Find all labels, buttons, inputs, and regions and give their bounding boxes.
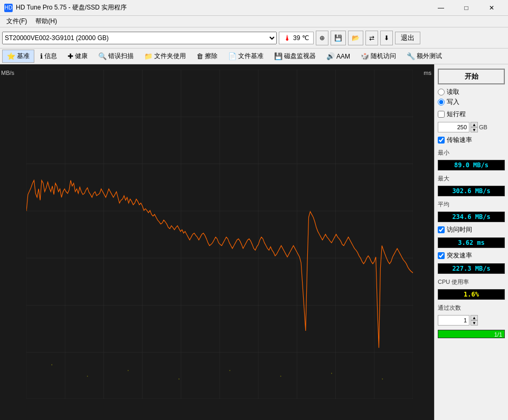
scan-icon: 🔍: [98, 52, 107, 60]
tab-error-scan[interactable]: 🔍 错误扫描: [93, 50, 138, 63]
max-label: 最大: [438, 175, 505, 183]
progress-bar-container: 1/1: [438, 330, 505, 338]
main-area: MB/s ms 350: [0, 64, 508, 420]
read-radio-item[interactable]: 读取: [438, 88, 505, 97]
tab-file-bench[interactable]: 📄 文件基准: [223, 50, 268, 63]
write-radio[interactable]: [438, 99, 445, 106]
pass-spin-up[interactable]: ▲: [471, 315, 478, 320]
disk-select[interactable]: ST20000VE002-3G9101 (20000 GB): [2, 32, 277, 44]
progress-text: 1/1: [494, 330, 502, 339]
gb-input-row: ▲ ▼ GB: [438, 122, 505, 132]
menu-file[interactable]: 文件(F): [2, 16, 31, 27]
pass-spin-down[interactable]: ▼: [471, 320, 478, 326]
svg-point-48: [128, 370, 129, 371]
access-time-label: 访问时间: [447, 225, 472, 234]
transfer-rate-checkbox-item[interactable]: 传输速率: [438, 136, 505, 145]
tab-info[interactable]: ℹ 信息: [35, 50, 62, 63]
tab-random[interactable]: 🎲 随机访问: [356, 50, 401, 63]
avg-value: 234.6 MB/s: [438, 212, 505, 222]
read-label: 读取: [447, 88, 459, 97]
cpu-usage-value: 1.6%: [438, 289, 505, 300]
toolbar-open-btn[interactable]: 📂: [348, 31, 363, 45]
transfer-rate-checkbox[interactable]: [438, 137, 445, 144]
rw-radio-group: 读取 写入: [438, 88, 505, 107]
pass-count-row: ▲ ▼: [438, 315, 505, 326]
temp-unit: ℃: [302, 34, 309, 42]
svg-point-51: [280, 376, 281, 377]
maximize-button[interactable]: □: [454, 0, 478, 16]
gb-spin-up[interactable]: ▲: [471, 122, 478, 127]
tab-aam[interactable]: 🔊 AAM: [322, 50, 355, 62]
aam-icon: 🔊: [326, 52, 335, 60]
gb-input[interactable]: [438, 122, 469, 132]
write-label: 写入: [447, 98, 459, 107]
access-time-value: 3.62 ms: [438, 237, 505, 248]
read-radio[interactable]: [438, 89, 445, 96]
svg-point-50: [229, 370, 230, 371]
menu-help[interactable]: 帮助(H): [31, 16, 61, 27]
chart-y-label-right: ms: [424, 70, 431, 76]
chart-svg: 350 300 250 200 150 100 50 0 35 30 25 20…: [26, 70, 413, 399]
toolbar-arrow-btn[interactable]: ⬇: [380, 31, 393, 45]
tab-file-bench-label: 文件基准: [238, 52, 264, 61]
folder-icon: 📁: [144, 52, 153, 60]
access-time-checkbox[interactable]: [438, 226, 445, 233]
close-button[interactable]: ✕: [479, 0, 504, 16]
tab-benchmark[interactable]: ⭐ 基准: [2, 50, 34, 63]
pass-count-input[interactable]: [438, 315, 469, 326]
info-icon: ℹ: [40, 52, 43, 60]
thermometer-icon: 🌡: [284, 34, 291, 42]
transfer-rate-label: 传输速率: [447, 136, 472, 145]
avg-label: 平均: [438, 201, 505, 208]
right-panel: 开始 读取 写入 短行程 ▲ ▼ GB: [434, 64, 508, 420]
tab-benchmark-label: 基准: [17, 52, 30, 61]
tab-extra-label: 额外测试: [417, 52, 442, 61]
cpu-usage-label: CPU 使用率: [438, 278, 505, 286]
erase-icon: 🗑: [196, 52, 203, 60]
gb-spinbutton: ▲ ▼: [471, 122, 478, 132]
titlebar: HD HD Tune Pro 5.75 - 硬盘/SSD 实用程序 — □ ✕: [0, 0, 508, 16]
tab-disk-monitor-label: 磁盘监视器: [284, 52, 316, 61]
start-button[interactable]: 开始: [438, 69, 505, 84]
tab-info-label: 信息: [44, 52, 57, 61]
window-title: HD Tune Pro 5.75 - 硬盘/SSD 实用程序: [16, 3, 429, 12]
window-controls: — □ ✕: [429, 0, 504, 16]
min-value: 89.0 MB/s: [438, 160, 505, 170]
gb-spin-down[interactable]: ▼: [471, 127, 478, 132]
tab-folder-label: 文件夹使用: [154, 52, 186, 61]
tab-disk-monitor[interactable]: 💾 磁盘监视器: [269, 50, 321, 63]
tab-erase[interactable]: 🗑 擦除: [192, 50, 222, 63]
access-time-checkbox-item[interactable]: 访问时间: [438, 225, 505, 234]
chart-y-label-left: MB/s: [1, 70, 14, 76]
tab-folder[interactable]: 📁 文件夹使用: [139, 50, 191, 63]
short-range-checkbox-item[interactable]: 短行程: [438, 110, 505, 119]
min-label: 最小: [438, 149, 505, 157]
app-icon: HD: [4, 4, 13, 12]
exit-button[interactable]: 退出: [395, 32, 420, 44]
toolbar: ST20000VE002-3G9101 (20000 GB) 🌡 39 ℃ ⊕ …: [0, 27, 508, 49]
menubar: 文件(F) 帮助(H): [0, 16, 508, 27]
max-value: 302.6 MB/s: [438, 186, 505, 196]
pass-spinbutton: ▲ ▼: [471, 315, 478, 326]
toolbar-compare-btn[interactable]: ⇄: [365, 31, 378, 45]
svg-point-49: [178, 378, 180, 379]
tab-erase-label: 擦除: [205, 52, 218, 61]
tab-health[interactable]: ✚ 健康: [63, 50, 92, 63]
extra-icon: 🔧: [407, 52, 415, 60]
minimize-button[interactable]: —: [429, 0, 453, 16]
write-radio-item[interactable]: 写入: [438, 98, 505, 107]
file-bench-icon: 📄: [228, 52, 237, 60]
temp-value: 39: [293, 34, 300, 42]
burst-rate-checkbox[interactable]: [438, 252, 445, 259]
toolbar-copy-btn[interactable]: ⊕: [316, 31, 328, 45]
burst-rate-checkbox-item[interactable]: 突发速率: [438, 251, 505, 260]
svg-point-53: [382, 378, 383, 379]
short-range-checkbox[interactable]: [438, 111, 445, 118]
tabbar: ⭐ 基准 ℹ 信息 ✚ 健康 🔍 错误扫描 📁 文件夹使用 🗑 擦除 📄 文件基…: [0, 49, 508, 64]
temperature-display: 🌡 39 ℃: [279, 32, 314, 44]
tab-extra[interactable]: 🔧 额外测试: [402, 50, 447, 63]
toolbar-save-btn[interactable]: 💾: [331, 31, 346, 45]
short-range-label: 短行程: [447, 110, 466, 119]
health-icon: ✚: [68, 52, 73, 60]
chart-area: MB/s ms 350: [0, 64, 434, 420]
